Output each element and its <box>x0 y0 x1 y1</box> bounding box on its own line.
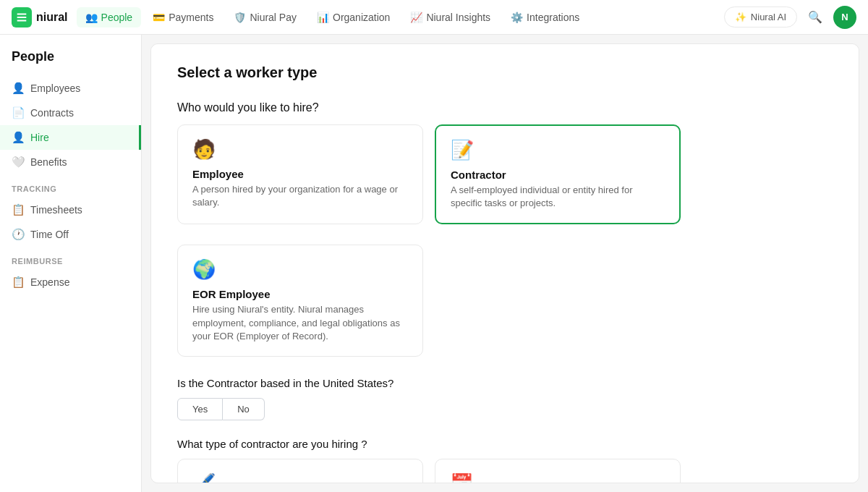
insights-nav-icon: 📈 <box>410 12 422 23</box>
payments-nav-icon: 💳 <box>153 12 165 23</box>
yes-no-group: Yes No <box>177 398 833 420</box>
brand-name: niural <box>36 11 68 24</box>
sidebar-item-contracts[interactable]: 📄 Contracts <box>0 101 141 125</box>
people-nav-icon: 👥 <box>85 12 98 23</box>
fixed-contract-icon: 🖊️ <box>192 472 408 483</box>
contractor-type-cards: 🖊️ Fixed Contract For contractors who ha… <box>177 459 833 483</box>
contracts-icon: 📄 <box>12 106 25 119</box>
hire-icon: 👤 <box>12 131 25 144</box>
contractor-card-icon: 📝 <box>451 139 665 161</box>
hourly-contract-icon: 📅 <box>450 472 665 483</box>
contractor-card-desc: A self-employed individual or entity hir… <box>451 184 665 210</box>
nav-niural-insights[interactable]: 📈 Niural Insights <box>401 7 499 27</box>
sidebar-title: People <box>0 49 141 76</box>
nav-niural-pay[interactable]: 🛡️ Niural Pay <box>225 7 305 27</box>
sidebar-item-timesheets[interactable]: 📋 Timesheets <box>0 198 141 222</box>
nav-payments[interactable]: 💳 Payments <box>144 7 222 27</box>
search-icon: 🔍 <box>808 10 822 24</box>
contractor-location-question: Is the Contractor based in the United St… <box>177 377 833 389</box>
reimburse-section-label: Reimburse <box>0 247 141 270</box>
search-button[interactable]: 🔍 <box>803 5 827 30</box>
contractor-type-section: What type of contractor are you hiring ?… <box>177 438 833 483</box>
niural-pay-nav-icon: 🛡️ <box>234 12 246 23</box>
fixed-contract-card[interactable]: 🖊️ Fixed Contract For contractors who ha… <box>177 459 423 483</box>
contractor-card-title: Contractor <box>451 169 665 181</box>
main-content: Select a worker type Who would you like … <box>150 43 859 483</box>
sidebar-item-hire[interactable]: 👤 Hire <box>0 125 141 150</box>
eor-cards-row: 🌍 EOR Employee Hire using Niural's entit… <box>177 245 833 357</box>
worker-type-cards: 🧑 Employee A person hired by your organi… <box>177 124 833 224</box>
sidebar-item-benefits[interactable]: 🤍 Benefits <box>0 150 141 174</box>
employees-icon: 👤 <box>12 82 25 95</box>
contractor-card[interactable]: 📝 Contractor A self-employed individual … <box>435 124 681 224</box>
hire-type-section: Who would you like to hire? 🧑 Employee A… <box>177 101 833 357</box>
eor-card-title: EOR Employee <box>192 288 408 300</box>
ai-button[interactable]: ✨ Niural AI <box>724 7 797 27</box>
tracking-section-label: Tracking <box>0 174 141 198</box>
sidebar: People 👤 Employees 📄 Contracts 👤 Hire 🤍 … <box>0 35 142 492</box>
yes-button[interactable]: Yes <box>177 398 223 420</box>
nav-integrations[interactable]: ⚙️ Integrations <box>502 7 588 27</box>
contractor-location-section: Is the Contractor based in the United St… <box>177 377 833 420</box>
profile-avatar[interactable]: N <box>833 6 856 29</box>
eor-employee-card[interactable]: 🌍 EOR Employee Hire using Niural's entit… <box>177 245 423 357</box>
sidebar-item-expense[interactable]: 📋 Expense <box>0 270 141 294</box>
sidebar-item-time-off[interactable]: 🕐 Time Off <box>0 222 141 247</box>
time-off-icon: 🕐 <box>12 228 25 241</box>
nav-organization[interactable]: 📊 Organization <box>308 7 399 27</box>
hire-type-question: Who would you like to hire? <box>177 101 833 114</box>
topnav-right: ✨ Niural AI 🔍 N <box>724 5 856 30</box>
no-button[interactable]: No <box>223 398 265 420</box>
expense-icon: 📋 <box>12 276 25 289</box>
hourly-contract-card[interactable]: 📅 Hourly Contract For contractors who ge… <box>435 459 681 483</box>
sidebar-item-employees[interactable]: 👤 Employees <box>0 76 141 101</box>
integrations-nav-icon: ⚙️ <box>511 12 523 23</box>
logo-icon <box>12 7 32 27</box>
layout: People 👤 Employees 📄 Contracts 👤 Hire 🤍 … <box>0 35 868 492</box>
organization-nav-icon: 📊 <box>317 12 329 23</box>
employee-card-desc: A person hired by your organization for … <box>192 183 408 209</box>
ai-icon: ✨ <box>735 12 746 22</box>
topnav: niural 👥 People 💳 Payments 🛡️ Niural Pay… <box>0 0 868 35</box>
eor-card-desc: Hire using Niural's entity. Niural manag… <box>192 303 408 343</box>
logo[interactable]: niural <box>12 7 68 27</box>
employee-card-title: Employee <box>192 168 408 180</box>
eor-card-icon: 🌍 <box>192 258 408 281</box>
nav-people[interactable]: 👥 People <box>77 7 142 27</box>
timesheets-icon: 📋 <box>12 203 25 216</box>
page-title: Select a worker type <box>177 64 833 81</box>
employee-card-icon: 🧑 <box>192 138 408 161</box>
benefits-icon: 🤍 <box>12 156 25 169</box>
contractor-type-question: What type of contractor are you hiring ? <box>177 438 833 450</box>
employee-card[interactable]: 🧑 Employee A person hired by your organi… <box>177 124 423 224</box>
